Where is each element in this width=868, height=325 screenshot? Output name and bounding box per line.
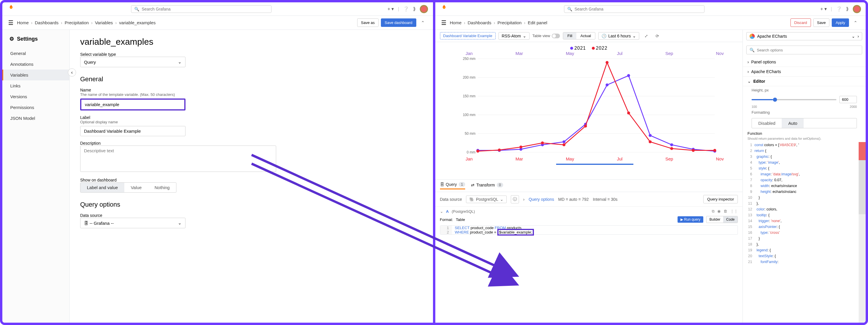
chart-scrubber[interactable] <box>466 164 724 165</box>
apply-button[interactable]: Apply <box>832 19 849 27</box>
svg-point-25 <box>498 149 501 152</box>
format-disabled[interactable]: Disabled <box>752 118 782 128</box>
breadcrumb-bar: ☰ Home› Dashboards› Precipitation› Edit … <box>435 16 866 30</box>
svg-point-27 <box>541 141 544 144</box>
save-as-button[interactable]: Save as <box>357 19 378 27</box>
options-search-input[interactable] <box>757 48 859 52</box>
svg-point-31 <box>627 112 630 115</box>
menu-icon[interactable]: ☰ <box>441 19 446 26</box>
sidebar-item-variables[interactable]: Variables <box>2 70 69 80</box>
svg-point-28 <box>562 143 565 146</box>
datasource-settings-icon[interactable]: ⓘ <box>511 195 519 203</box>
editor-group[interactable]: ⌄Editor <box>743 76 866 86</box>
apache-echarts-group[interactable]: ›Apache ECharts <box>743 67 866 76</box>
options-search[interactable]: 🔍 <box>746 45 862 54</box>
rss-icon[interactable]: ⟫ <box>846 6 849 12</box>
chevron-down-icon[interactable]: ⌄ <box>440 209 443 214</box>
format-auto[interactable]: Auto <box>782 118 804 128</box>
crumb-precipitation[interactable]: Precipitation <box>65 20 89 25</box>
avatar[interactable] <box>420 5 428 13</box>
description-textarea[interactable] <box>80 145 276 172</box>
query-row-actions: ⧉ ◉ 🗑 ⋮⋮ <box>712 209 738 214</box>
datasource-select[interactable]: 🗄 -- Grafana --⌄ <box>80 218 185 228</box>
avatar[interactable] <box>853 5 861 13</box>
format-value[interactable]: Table <box>456 218 465 222</box>
show-opt-value[interactable]: Value <box>124 183 148 192</box>
add-icon[interactable]: + ▾ <box>388 6 394 12</box>
builder-option[interactable]: Builder <box>707 216 723 223</box>
duplicate-icon[interactable]: ⧉ <box>712 209 714 214</box>
search-input[interactable] <box>142 7 268 11</box>
panel-options-group[interactable]: ›Panel options <box>743 57 866 67</box>
chevron-down-icon: ⌄ <box>851 34 855 39</box>
sql-editor[interactable]: 1SELECT product_code FROM products2WHERE… <box>440 225 738 235</box>
sidebar-collapse-handle[interactable]: ‹ <box>68 68 76 76</box>
global-search[interactable]: 🔍 <box>131 5 272 13</box>
menu-icon[interactable]: ☰ <box>8 19 13 26</box>
height-slider[interactable] <box>751 99 836 100</box>
sidebar-item-versions[interactable]: Versions <box>2 91 69 102</box>
visualization-picker[interactable]: Apache ECharts ⌄ › <box>746 32 862 40</box>
rss-icon[interactable]: ⟫ <box>413 6 416 12</box>
help-icon[interactable]: ❔ <box>403 6 409 12</box>
grafana-logo-icon[interactable] <box>7 4 15 14</box>
show-opt-nothing[interactable]: Nothing <box>148 183 176 192</box>
transform-tab[interactable]: ⇄Transform0 <box>471 183 503 189</box>
add-icon[interactable]: + ▾ <box>820 6 827 12</box>
sidebar-item-json-model[interactable]: JSON Model <box>2 113 69 124</box>
variable-value-select[interactable]: RSS-Atom⌄ <box>498 32 529 40</box>
code-option[interactable]: Code <box>723 216 738 223</box>
crumb-home[interactable]: Home <box>17 20 29 25</box>
sidebar-item-permissions[interactable]: Permissions <box>2 102 69 113</box>
sidebar-item-general[interactable]: General <box>2 48 69 59</box>
discard-button[interactable]: Discard <box>790 19 811 27</box>
crumb-dashboards[interactable]: Dashboards <box>468 20 492 25</box>
drag-icon[interactable]: ⋮⋮ <box>730 209 738 214</box>
sidebar-item-links[interactable]: Links <box>2 80 69 91</box>
global-search[interactable]: 🔍 <box>564 5 705 13</box>
crumb-precipitation[interactable]: Precipitation <box>497 20 522 25</box>
actual-option[interactable]: Actual <box>576 32 595 39</box>
fill-actual-segment: Fill Actual <box>563 32 595 39</box>
datasource-select[interactable]: 🐘PostgreSQL⌄ <box>466 196 507 203</box>
minimap[interactable] <box>859 142 866 323</box>
legend-2022[interactable]: 2022 <box>592 45 608 51</box>
grafana-logo-icon[interactable] <box>440 4 448 14</box>
fill-option[interactable]: Fill <box>563 32 576 39</box>
query-options-link[interactable]: Query options <box>529 197 554 202</box>
table-view-toggle[interactable]: Table view <box>532 34 560 38</box>
zoom-out-icon[interactable]: ⤢ <box>642 32 650 40</box>
legend-2021[interactable]: 2021 <box>570 45 586 51</box>
search-icon: 🔍 <box>567 7 572 11</box>
sidebar-item-annotations[interactable]: Annotations <box>2 59 69 70</box>
dashboard-variable-pill[interactable]: Dashboard Variable Example <box>440 32 496 39</box>
height-input[interactable] <box>839 96 857 103</box>
svg-text:150 mm: 150 mm <box>463 94 475 98</box>
function-code-editor[interactable]: 123456789101112131415161718192021 const … <box>743 142 866 323</box>
save-dashboard-button[interactable]: Save dashboard <box>381 19 416 27</box>
crumb-variables[interactable]: Variables <box>95 20 113 25</box>
variable-form: variable_examples Select variable type Q… <box>70 30 433 323</box>
name-input[interactable] <box>80 98 185 110</box>
page-title: variable_examples <box>80 37 423 47</box>
function-help: Should return parameters and data for se… <box>743 137 866 142</box>
save-button[interactable]: Save <box>813 19 830 27</box>
var-type-select[interactable]: Query⌄ <box>80 57 185 67</box>
query-inspector-button[interactable]: Query inspector <box>703 195 738 203</box>
time-range-picker[interactable]: 🕒Last 6 hours⌄ <box>598 32 639 40</box>
general-section-heading: General <box>80 75 423 83</box>
chevron-right-icon[interactable]: › <box>523 197 525 202</box>
label-input[interactable] <box>80 126 185 136</box>
refresh-icon[interactable]: ⟳ <box>653 32 661 40</box>
collapse-icon[interactable]: ⌃ <box>418 19 427 27</box>
eye-icon[interactable]: ◉ <box>717 209 720 214</box>
trash-icon[interactable]: 🗑 <box>723 209 727 214</box>
run-query-button[interactable]: ▶ Run query <box>678 216 703 223</box>
crumb-home[interactable]: Home <box>450 20 462 25</box>
crumb-dashboards[interactable]: Dashboards <box>35 20 59 25</box>
help-icon[interactable]: ❔ <box>836 6 842 12</box>
show-opt-labelvalue[interactable]: Label and value <box>81 183 124 192</box>
collapse-icon[interactable]: ⌃ <box>851 19 860 27</box>
query-tab[interactable]: 🗄Query1 <box>440 182 465 189</box>
search-input[interactable] <box>575 7 701 11</box>
